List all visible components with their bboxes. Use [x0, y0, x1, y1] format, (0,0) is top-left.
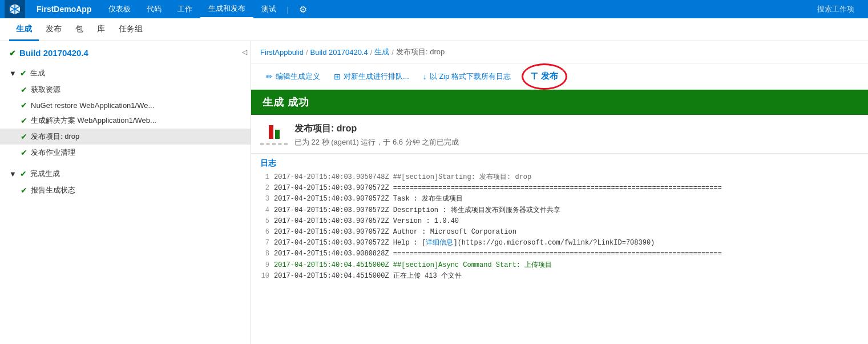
log-text: 2017-04-20T15:40:03.9070572Z Version : 1…	[274, 216, 459, 227]
log-line-6: 6 2017-04-20T15:40:03.9070572Z Author : …	[260, 227, 859, 238]
sidebar-item-report-status[interactable]: ✔ 报告生成状态	[0, 182, 251, 198]
sidebar: ◁ ✔ Build 20170420.4 ▼ ✔ 生成 ✔ 获取资源 ✔ NuG…	[0, 41, 251, 344]
item-check-icon: ✔	[21, 85, 27, 94]
nav-items: 仪表板 代码 工作 生成和发布 测试 | ⚙	[100, 0, 314, 18]
sidebar-section-build-header[interactable]: ▼ ✔ 生成	[0, 65, 251, 82]
build-check-icon: ✔	[9, 49, 16, 58]
nav-build-release[interactable]: 生成和发布	[200, 0, 253, 18]
log-num: 5	[260, 216, 269, 227]
release-icon: ⊤	[530, 71, 538, 82]
breadcrumb-sep-2: /	[370, 48, 373, 57]
log-line-8: 8 2017-04-20T15:40:03.9080828Z =========…	[260, 249, 859, 259]
item-check-icon: ✔	[21, 132, 27, 141]
log-text: 2017-04-20T15:40:03.9070572Z Help : [详细信…	[274, 238, 655, 249]
breadcrumb-current: 发布项目: drop	[396, 47, 445, 57]
log-text: 2017-04-20T15:40:03.9080828Z ===========…	[274, 249, 722, 259]
task-icon-area	[260, 123, 288, 145]
log-line-2: 2 2017-04-20T15:40:03.9070572Z =========…	[260, 183, 859, 194]
log-num: 8	[260, 249, 269, 259]
log-num: 4	[260, 205, 269, 216]
edit-icon: ✏	[266, 72, 273, 81]
tab-package[interactable]: 包	[68, 18, 90, 41]
item-check-icon: ✔	[21, 148, 27, 157]
nav-work[interactable]: 工作	[169, 0, 200, 18]
sidebar-item-nuget-restore[interactable]: ✔ NuGet restore WebApplication1/We...	[0, 98, 251, 113]
log-line-3: 3 2017-04-20T15:40:03.9070572Z Task : 发布…	[260, 194, 859, 205]
log-num: 2	[260, 183, 269, 194]
section-check-icon: ✔	[20, 169, 27, 178]
release-button[interactable]: ⊤ 发布	[523, 68, 565, 85]
section-arrow-icon: ▼	[9, 69, 17, 78]
tab-library[interactable]: 库	[90, 18, 112, 41]
log-line-10: 10 2017-04-20T15:40:04.4515000Z 正在上传 413…	[260, 271, 859, 282]
log-content: 1 2017-04-20T15:40:03.9050748Z ##[sectio…	[260, 172, 859, 282]
task-icon-bar-green	[275, 130, 280, 139]
log-num: 6	[260, 227, 269, 238]
sidebar-item-get-sources[interactable]: ✔ 获取资源	[0, 82, 251, 98]
sidebar-item-publish-drop[interactable]: ✔ 发布项目: drop	[0, 129, 251, 145]
log-line-4: 4 2017-04-20T15:40:03.9070572Z Descripti…	[260, 205, 859, 216]
task-info-text: 发布项目: drop 已为 22 秒 (agent1) 运行，于 6.6 分钟 …	[294, 123, 459, 147]
sidebar-item-cleanup[interactable]: ✔ 发布作业清理	[0, 145, 251, 161]
download-logs-button[interactable]: ↓ 以 Zip 格式下载所有日志	[417, 69, 516, 85]
item-check-icon: ✔	[21, 101, 27, 110]
nav-test[interactable]: 测试	[253, 0, 284, 18]
breadcrumb-sep-3: /	[391, 48, 394, 57]
log-num: 1	[260, 172, 269, 183]
breadcrumb: FirstAppbulid / Build 20170420.4 / 生成 / …	[251, 41, 868, 63]
tab-taskgroup[interactable]: 任务组	[112, 18, 150, 41]
log-line-7: 7 2017-04-20T15:40:03.9070572Z Help : [详…	[260, 238, 859, 249]
download-icon: ↓	[423, 72, 427, 81]
search-area[interactable]: 搜索工作项	[817, 4, 863, 14]
sidebar-section-complete-header[interactable]: ▼ ✔ 完成生成	[0, 165, 251, 182]
log-help-link[interactable]: 详细信息	[426, 239, 453, 247]
log-line-9: 9 2017-04-20T15:40:04.4515000Z ##[sectio…	[260, 260, 859, 271]
nav-dashboard[interactable]: 仪表板	[100, 0, 139, 18]
log-text: 2017-04-20T15:40:03.9070572Z Task : 发布生成…	[274, 194, 463, 205]
log-text: 2017-04-20T15:40:03.9070572Z ===========…	[274, 183, 722, 194]
breadcrumb-generate[interactable]: 生成	[374, 47, 389, 57]
breadcrumb-sep-1: /	[306, 48, 308, 57]
edit-build-definition-button[interactable]: ✏ 编辑生成定义	[260, 69, 326, 85]
log-num: 9	[260, 260, 269, 271]
gear-icon[interactable]: ⚙	[291, 0, 315, 18]
log-num: 3	[260, 194, 269, 205]
log-num: 10	[260, 271, 269, 282]
task-icon-bar-red	[269, 125, 273, 139]
app-name[interactable]: FirstDemoApp	[27, 0, 100, 18]
queue-build-button[interactable]: ⊞ 对新生成进行排队...	[328, 69, 415, 85]
toolbar: ✏ 编辑生成定义 ⊞ 对新生成进行排队... ↓ 以 Zip 格式下载所有日志 …	[251, 63, 868, 90]
log-text: 2017-04-20T15:40:03.9070572Z Author : Mi…	[274, 227, 516, 238]
sidebar-build-title[interactable]: ✔ Build 20170420.4	[0, 41, 251, 62]
queue-icon: ⊞	[334, 72, 341, 81]
section-check-icon: ✔	[20, 69, 27, 78]
log-line-1: 1 2017-04-20T15:40:03.9050748Z ##[sectio…	[260, 172, 859, 183]
tab-build[interactable]: 生成	[9, 18, 39, 41]
log-header: 日志	[260, 158, 859, 169]
tab-release[interactable]: 发布	[39, 18, 68, 41]
item-check-icon: ✔	[21, 116, 27, 125]
log-num: 7	[260, 238, 269, 249]
search-label: 搜索工作项	[817, 4, 854, 14]
content-area: FirstAppbulid / Build 20170420.4 / 生成 / …	[251, 41, 868, 344]
nav-code[interactable]: 代码	[139, 0, 169, 18]
item-check-icon: ✔	[21, 186, 27, 195]
log-line-5: 5 2017-04-20T15:40:03.9070572Z Version :…	[260, 216, 859, 227]
log-text: 2017-04-20T15:40:03.9050748Z ##[section]…	[274, 172, 531, 183]
log-text: 2017-04-20T15:40:04.4515000Z ##[section]…	[274, 260, 552, 271]
task-dashed-line	[260, 143, 288, 145]
breadcrumb-build[interactable]: Build 20170420.4	[310, 48, 368, 57]
build-success-banner: 生成 成功	[251, 90, 868, 115]
sidebar-collapse-button[interactable]: ◁	[238, 46, 251, 58]
sidebar-section-build: ▼ ✔ 生成 ✔ 获取资源 ✔ NuGet restore WebApplica…	[0, 62, 251, 163]
log-text: 2017-04-20T15:40:04.4515000Z 正在上传 413 个文…	[274, 271, 462, 282]
task-subtitle: 已为 22 秒 (agent1) 运行，于 6.6 分钟 之前已完成	[294, 137, 459, 147]
app-logo	[5, 0, 25, 18]
nav-separator: |	[284, 0, 290, 18]
main-layout: ◁ ✔ Build 20170420.4 ▼ ✔ 生成 ✔ 获取资源 ✔ NuG…	[0, 41, 868, 344]
top-nav: FirstDemoApp 仪表板 代码 工作 生成和发布 测试 | ⚙ 搜索工作…	[0, 0, 868, 18]
log-text: 2017-04-20T15:40:03.9070572Z Description…	[274, 205, 560, 216]
breadcrumb-firstappbuild[interactable]: FirstAppbulid	[260, 48, 304, 57]
sidebar-section-complete: ▼ ✔ 完成生成 ✔ 报告生成状态	[0, 163, 251, 201]
sidebar-item-build-solution[interactable]: ✔ 生成解决方案 WebApplication1/Web...	[0, 113, 251, 129]
